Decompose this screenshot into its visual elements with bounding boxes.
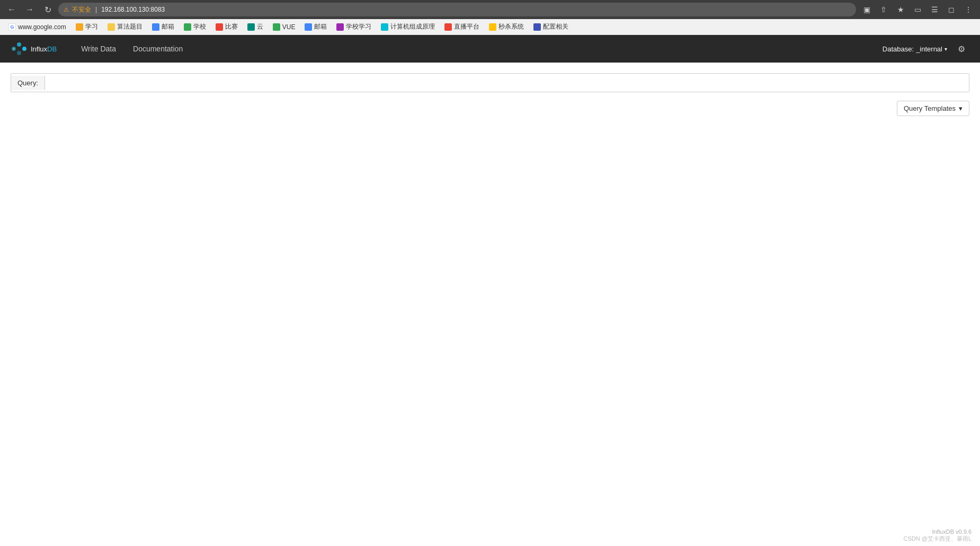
school-favicon [184,23,191,31]
computer-org-favicon [381,23,388,31]
address-bar-container: ⚠ 不安全 | [58,3,856,16]
nav-write-data[interactable]: Write Data [73,35,124,63]
security-warning-text: 不安全 [72,5,91,14]
footer-version: InfluxDB v0.9.6 [903,529,972,535]
bookmark-config[interactable]: 配置相关 [529,21,573,33]
url-separator: | [95,6,97,13]
cloud-favicon [247,23,255,31]
app-header: InfluxDB Write Data Documentation Databa… [0,35,980,63]
bookmark-kill-system[interactable]: 秒杀系统 [485,21,528,33]
email2-favicon [305,23,312,31]
reload-button[interactable]: ↻ [40,2,55,17]
logo-influx: Influx [31,45,47,53]
nav-links: Write Data Documentation [73,35,191,63]
competition-favicon [216,23,223,31]
logo-icon [11,40,28,57]
kill-system-favicon [489,23,496,31]
nav-documentation[interactable]: Documentation [124,35,191,63]
svg-point-3 [17,51,21,55]
database-value: _internal [916,45,942,53]
settings-button[interactable]: ⚙ [954,41,969,57]
extensions-button[interactable]: ▭ [910,2,925,17]
forward-button[interactable]: → [22,2,37,17]
header-right: Database: _internal ▾ ⚙ [883,41,969,57]
svg-point-1 [17,42,21,47]
bookmark-email1[interactable]: 邮箱 [148,21,179,33]
bookmark-competition[interactable]: 比赛 [211,21,242,33]
cast-button[interactable]: ▣ [859,2,874,17]
bookmark-button[interactable]: ★ [893,2,908,17]
share-button[interactable]: ⇧ [876,2,891,17]
bookmark-live-platform-label: 直播平台 [454,22,479,31]
algorithm-favicon [108,23,115,31]
bookmark-learning-label: 学习 [85,22,98,31]
email1-favicon [152,23,159,31]
footer: InfluxDB v0.9.6 CSDN @艾卡西亚、暴雨L [895,525,980,546]
logo-text: InfluxDB [31,45,57,53]
footer-credit: CSDN @艾卡西亚、暴雨L [903,535,972,543]
config-favicon [533,23,541,31]
address-input[interactable] [101,6,851,13]
logo-db: DB [47,45,57,53]
bookmarks-bar: G www.google.com 学习 算法题目 邮箱 学校 比赛 云 VUE … [0,19,980,35]
bookmark-kill-system-label: 秒杀系统 [498,22,524,31]
database-selector[interactable]: Database: _internal ▾ [883,45,947,53]
query-row: Query: [11,73,969,92]
svg-point-2 [22,47,26,51]
bookmark-school-label: 学校 [193,22,206,31]
bookmark-vue[interactable]: VUE [269,22,300,32]
live-platform-favicon [444,23,452,31]
bookmark-algorithm-label: 算法题目 [117,22,142,31]
bookmark-vue-label: VUE [282,23,296,31]
query-templates-arrow-icon: ▾ [959,104,963,112]
database-dropdown-arrow: ▾ [945,46,947,52]
security-warning-icon: ⚠ [64,6,69,13]
learning-favicon [76,23,83,31]
main-content: Query: Query Templates ▾ [0,63,980,525]
bookmark-algorithm[interactable]: 算法题目 [103,21,147,33]
bookmark-email2[interactable]: 邮箱 [300,21,331,33]
query-input[interactable] [45,74,969,92]
query-templates-button[interactable]: Query Templates ▾ [897,101,969,116]
school-learning-favicon [336,23,344,31]
google-favicon: G [8,23,16,31]
bookmark-cloud-label: 云 [257,22,263,31]
bookmark-google[interactable]: G www.google.com [4,22,70,32]
bookmark-google-label: www.google.com [18,23,66,31]
profile-button[interactable]: ☰ [927,2,942,17]
back-button[interactable]: ← [4,2,19,17]
menu-button[interactable]: ⋮ [961,2,976,17]
browser-chrome: ← → ↻ ⚠ 不安全 | ▣ ⇧ ★ ▭ ☰ ◻ ⋮ [0,0,980,19]
logo-container: InfluxDB [11,40,57,57]
window-button[interactable]: ◻ [944,2,959,17]
bookmark-school[interactable]: 学校 [180,21,210,33]
browser-actions: ▣ ⇧ ★ ▭ ☰ ◻ ⋮ [859,2,976,17]
bookmark-computer-org-label: 计算机组成原理 [390,22,435,31]
bookmark-email2-label: 邮箱 [314,22,327,31]
query-templates-area: Query Templates ▾ [11,101,969,116]
vue-favicon [273,23,280,31]
bookmark-cloud[interactable]: 云 [243,21,268,33]
bookmark-school-learning-label: 学校学习 [346,22,371,31]
bookmark-live-platform[interactable]: 直播平台 [440,21,484,33]
query-label: Query: [11,76,45,90]
bookmark-competition-label: 比赛 [225,22,238,31]
bookmark-email1-label: 邮箱 [162,22,174,31]
bookmark-computer-org[interactable]: 计算机组成原理 [377,21,439,33]
bookmark-learning[interactable]: 学习 [72,21,102,33]
database-label: Database: [883,45,914,53]
query-templates-label: Query Templates [904,104,956,112]
svg-point-4 [13,48,15,50]
bookmark-config-label: 配置相关 [543,22,568,31]
bookmark-school-learning[interactable]: 学校学习 [332,21,376,33]
